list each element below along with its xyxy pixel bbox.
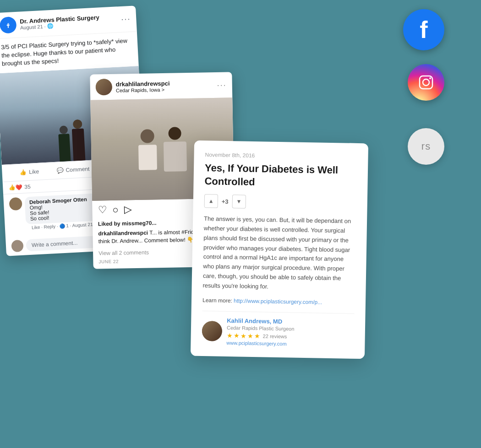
- star-5-half: ★: [254, 332, 260, 340]
- review-rating-row: ▲ +3 ▼: [204, 194, 356, 211]
- social-icons-container: f rs: [403, 9, 444, 165]
- review-learn-more: Learn more: http://www.pciplasticsurgery…: [202, 297, 355, 306]
- svg-point-2: [429, 77, 431, 79]
- ig-caption-username: drkahlilandrewspci: [98, 230, 148, 237]
- ig-comment-icon[interactable]: ○: [112, 204, 119, 216]
- fb-like-label: Like: [29, 168, 39, 175]
- review-author-avatar: [202, 321, 222, 341]
- star-4: ★: [247, 332, 253, 339]
- rs-icon: rs: [408, 128, 444, 165]
- review-title: Yes, If Your Diabetes is Well Controlled: [204, 162, 357, 190]
- ig-more-menu[interactable]: ···: [217, 80, 227, 90]
- review-author-row: Kahlil Andrews, MD Cedar Rapids Plastic …: [202, 311, 354, 348]
- fb-comment-button[interactable]: 💬 Comment: [51, 163, 95, 176]
- review-date: November 8th, 2016: [205, 151, 357, 161]
- ig-share-icon[interactable]: ▷: [124, 204, 132, 216]
- facebook-letter: f: [420, 16, 427, 43]
- fb-page-avatar: [0, 16, 17, 34]
- fb-header-text: Dr. Andrews Plastic Surgery August 21 · …: [20, 13, 121, 31]
- review-body: The answer is yes, you can. But, it will…: [202, 214, 356, 293]
- fb-reaction-count: 35: [24, 183, 31, 190]
- vote-count: +3: [222, 198, 229, 205]
- current-user-avatar: [11, 239, 23, 252]
- review-author-title: Cedar Rapids Plastic Surgeon: [227, 325, 354, 333]
- svg-point-1: [423, 79, 429, 86]
- fb-comment-icon: 💬: [56, 167, 64, 174]
- learn-more-label: Learn more:: [202, 297, 232, 304]
- instagram-svg: [416, 73, 436, 92]
- ig-header-text: drkahlilandrewspci Cedar Rapids, Iowa >: [116, 79, 217, 93]
- ig-liked-by: Liked by missmeg70...: [98, 220, 157, 227]
- star-1: ★: [227, 332, 233, 339]
- fb-like-button[interactable]: 👍 Like: [7, 165, 51, 178]
- star-3: ★: [240, 332, 246, 339]
- fb-comment-label: Comment: [66, 166, 90, 173]
- comment-avatar: [9, 197, 22, 210]
- ig-location: Cedar Rapids, Iowa >: [116, 86, 217, 93]
- instagram-icon: [408, 64, 444, 101]
- review-count: 22 reviews: [263, 333, 287, 339]
- facebook-icon: f: [403, 9, 444, 50]
- ig-heart-icon[interactable]: ♡: [98, 204, 107, 216]
- fb-more-menu[interactable]: ···: [121, 14, 131, 24]
- fb-logo-svg: [3, 20, 13, 30]
- ig-user-avatar: [95, 79, 112, 96]
- review-card: November 8th, 2016 Yes, If Your Diabetes…: [191, 140, 368, 359]
- fb-like-icon: 👍: [20, 169, 27, 176]
- fb-like-emoji: 👍❤️: [8, 184, 22, 191]
- vote-up-button[interactable]: ▲: [204, 194, 219, 208]
- vote-down-button[interactable]: ▼: [232, 194, 246, 209]
- review-author-info: Kahlil Andrews, MD Cedar Rapids Plastic …: [226, 317, 354, 348]
- star-2: ★: [234, 332, 240, 339]
- review-stars: ★ ★ ★ ★ ★ 22 reviews: [227, 332, 354, 341]
- rs-letters: rs: [421, 140, 431, 152]
- ig-card-header: drkahlilandrewspci Cedar Rapids, Iowa > …: [90, 72, 232, 100]
- learn-more-link[interactable]: http://www.pciplasticsurgery.com/p...: [234, 297, 322, 305]
- review-website[interactable]: www.pciplasticsurgery.com: [226, 340, 354, 348]
